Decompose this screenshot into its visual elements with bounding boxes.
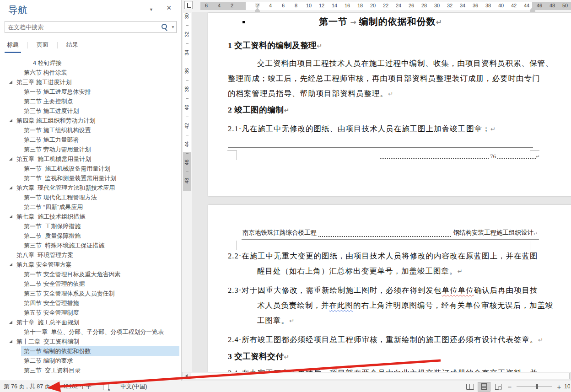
zoom-out-button[interactable]: − [506, 383, 513, 391]
nav-heading-item[interactable]: 第四章 施工组织和劳动力计划 [0, 116, 181, 125]
nav-heading-item[interactable]: 第二节 质量保障措施 [0, 231, 181, 241]
close-icon[interactable]: × [167, 3, 172, 13]
collapse-arrow-icon[interactable] [9, 215, 12, 218]
nav-tabs: 标题页面结果 [5, 41, 81, 52]
nav-heading-item[interactable]: 第三节 安全管理体系及人员责任制 [0, 289, 181, 298]
nav-heading-item[interactable]: 第一节 编制的依据和份数 [0, 346, 181, 356]
zoom-level[interactable]: 10 [564, 383, 570, 390]
page-number-status[interactable]: 第 76 页 , 共 87 页 [4, 383, 50, 391]
search-box[interactable]: ▼ [5, 21, 177, 33]
ruler-number: 50 [559, 3, 571, 8]
nav-heading-label: 第十章 施工总平面规划 [16, 319, 79, 326]
zoom-slider-handle[interactable] [536, 384, 538, 389]
collapse-arrow-icon[interactable] [9, 340, 12, 343]
ruler-number: 14 [328, 3, 341, 8]
nav-heading-item[interactable]: 第十二章 交工资料编制 [0, 337, 181, 346]
nav-heading-item[interactable]: 第二节 编制的要求 [0, 356, 181, 365]
ruler-number: 10 [302, 3, 315, 8]
collapse-arrow-icon[interactable] [9, 119, 12, 122]
search-input[interactable] [5, 24, 160, 31]
nav-heading-item[interactable]: 第二节 施工力量部署 [0, 135, 181, 145]
search-icon[interactable] [160, 22, 169, 32]
dot-leader [318, 232, 451, 237]
v-ruler[interactable]: 30323436384042444648 [183, 13, 191, 191]
nav-heading-label: 第六节 构件涂装 [24, 69, 67, 76]
nav-heading-item[interactable]: 第五章 施工机械需用量计划 [0, 154, 181, 164]
paragraph-mark: ↵ [388, 91, 393, 97]
body-line: 的档案管理员指导、帮助项目部资料员整理。↵ [228, 89, 393, 99]
nav-heading-item[interactable]: 第三章 施工进度计划 [0, 77, 181, 87]
crop-mark [530, 241, 539, 250]
header-separator [242, 239, 539, 240]
nav-heading-item[interactable]: 第五节 安全管理制度 [0, 308, 181, 317]
read-mode-button[interactable] [463, 382, 476, 392]
nav-heading-item[interactable]: 第一节 施工进度总体安排 [0, 87, 181, 97]
zoom-slider[interactable] [517, 383, 552, 390]
nav-heading-label: 第三节 劳动力需用量计划 [24, 146, 91, 153]
body-line: 3.1·在办完工程交工手续后，项目部在两个月内向业主提交装订成册的全套交工资料，… [228, 368, 538, 372]
nav-heading-item[interactable]: 第六章 现代化管理方法和新技术应用 [0, 183, 181, 193]
nav-heading-item[interactable]: 第三节 特殊环境施工保证措施 [0, 241, 181, 250]
nav-tab-headings[interactable]: 标题 [5, 41, 21, 53]
nav-heading-label: 第十一章 单位、分部、子分部、分项工程划分一览表 [24, 328, 164, 335]
nav-heading-item[interactable]: 第一节 施工组织机构设置 [0, 125, 181, 135]
collapse-arrow-icon[interactable] [9, 157, 12, 161]
nav-heading-item[interactable]: 第三节 劳动力需用量计划 [0, 145, 181, 154]
nav-heading-item[interactable]: 第十一章 单位、分部、子分部、分项工程划分一览表 [0, 327, 181, 337]
nav-heading-item[interactable]: 第三节 交工资料目录 [0, 365, 181, 375]
nav-heading-item[interactable]: 第十章 施工总平面规划 [0, 317, 181, 327]
nav-tab-results[interactable]: 结果 [64, 41, 81, 53]
body-line: 整理而成；竣工后，先经总工程师审核，再由项目部资料员整理装订成册，必要时由专门 [228, 74, 540, 84]
body-line: 2.2·在施工中无重大变更的图纸，由项目技术人员将修改的内容改在原蓝图上，并在蓝… [228, 251, 538, 261]
ruler-number: 22 [379, 3, 392, 8]
ruler-number: 4 [213, 3, 226, 8]
proofing-status-icon[interactable] [103, 383, 108, 390]
body-line: 2.1·凡在施工中无修改的图纸、由项目技术人员在施工图上加盖竣工图章；↵ [228, 124, 496, 134]
collapse-arrow-icon[interactable] [9, 81, 12, 84]
tab-mark: → [348, 18, 359, 27]
h-ruler[interactable]: 6422468101214161820222426283032343638404… [182, 2, 571, 10]
crop-mark [227, 241, 237, 250]
ruler-number: 46 [184, 158, 190, 166]
collapse-arrow-icon[interactable] [9, 186, 12, 189]
ruler-tick [186, 98, 189, 99]
zoom-in-button[interactable]: + [555, 383, 563, 391]
nav-heading-item[interactable]: 第七章 施工技术组织措施 [0, 212, 181, 221]
horizontal-scrollbar[interactable] [182, 372, 571, 380]
web-layout-button[interactable] [492, 382, 505, 392]
nav-heading-item[interactable]: 第一节 现代化工程管理方法 [0, 193, 181, 202]
nav-heading-item[interactable]: 4 栓钉焊接 [0, 58, 181, 68]
paragraph-mark: ↵ [284, 353, 289, 360]
nav-heading-item[interactable]: 第三节 施工进度计划 [0, 106, 181, 116]
nav-heading-item[interactable]: 第一节 工期保障措施 [0, 221, 181, 231]
ruler-number: 40 [184, 103, 190, 112]
collapse-arrow-icon[interactable] [9, 321, 12, 324]
search-dropdown-arrow-icon[interactable]: ▼ [170, 25, 176, 29]
nav-heading-item[interactable]: 第八章 环境管理方案 [0, 250, 181, 260]
nav-heading-item[interactable]: 第二节 监视和测量装置需用量计划 [0, 173, 181, 183]
chevron-down-icon[interactable]: ▼ [149, 7, 153, 12]
navigation-pane-title: 导航 [8, 4, 27, 16]
nav-heading-item[interactable]: 第六节 构件涂装 [0, 68, 181, 77]
ruler-number: 20 [366, 3, 379, 8]
nav-heading-item[interactable]: 第二节 安全管理的依据 [0, 279, 181, 289]
word-count-status[interactable]: 42102 个字 [62, 383, 91, 391]
collapse-arrow-icon[interactable] [9, 263, 12, 266]
nav-heading-item[interactable]: 第一节 施工机械设备需用量计划 [0, 164, 181, 173]
nav-heading-label: 第二节 “四新”成果应用 [24, 204, 83, 210]
read-mode-icon [466, 384, 474, 390]
language-status[interactable]: 中文(中国) [120, 383, 147, 391]
scroll-left-button[interactable] [183, 372, 190, 380]
ruler-tick [186, 25, 189, 26]
nav-heading-item[interactable]: 第二节 主要控制点 [0, 97, 181, 106]
nav-heading-item[interactable]: 第一节 安全管理目标及重大危害因素 [0, 269, 181, 279]
crop-mark [227, 150, 237, 160]
nav-tab-pages[interactable]: 页面 [34, 41, 51, 53]
print-layout-button[interactable] [478, 382, 490, 392]
body-line: 醒目处（如右上角）汇总标出变更单号，加盖竣工图章。↵ [257, 266, 463, 277]
scrollbar-thumb[interactable] [191, 373, 570, 379]
nav-heading-item[interactable]: 第九章 安全管理方案 [0, 260, 181, 269]
nav-heading-item[interactable]: 第四节 安全管理措施 [0, 298, 181, 308]
ruler-tick [186, 43, 189, 44]
nav-heading-item[interactable]: 第二节 “四新”成果应用 [0, 202, 181, 212]
